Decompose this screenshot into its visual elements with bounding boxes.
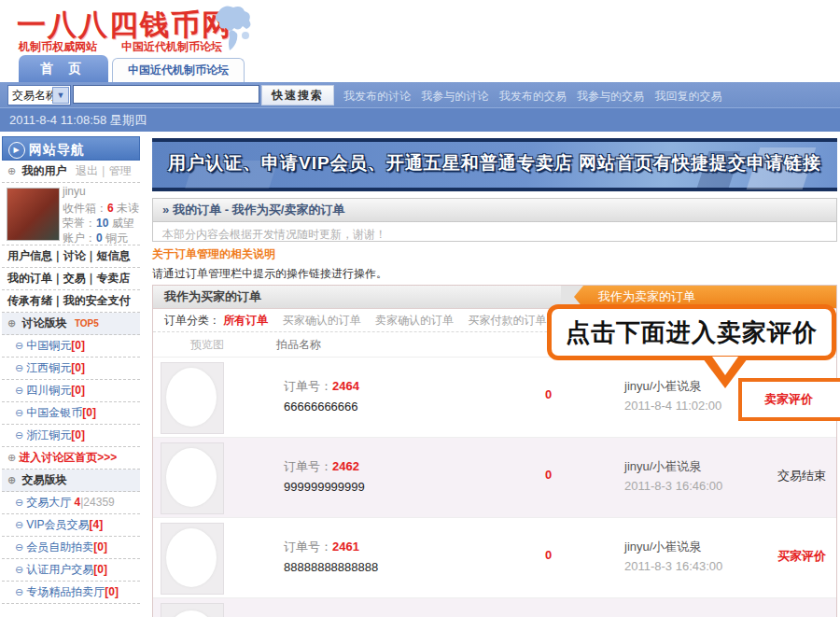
minus-icon[interactable]: ⊖: [15, 586, 23, 597]
minus-icon[interactable]: ⊖: [15, 541, 23, 553]
sidebar-item-china-copper[interactable]: ⊖中国铜元[0]: [2, 335, 140, 358]
minus-icon[interactable]: ⊖: [15, 340, 23, 351]
minus-icon[interactable]: ⊖: [15, 429, 23, 441]
item-preview-image[interactable]: [161, 362, 224, 434]
account-label: 账户：: [63, 231, 96, 245]
order-no[interactable]: 2461: [332, 540, 359, 554]
order-time: 2011-8-3 16:43:00: [624, 559, 722, 573]
link-my-discussions[interactable]: 我发布的讨论: [343, 90, 411, 103]
minus-icon[interactable]: ⊖: [15, 385, 23, 396]
order-users[interactable]: jinyu/小崔说泉: [624, 458, 722, 475]
sidebar-orders-links[interactable]: 我的订单｜交易｜专卖店: [2, 268, 140, 290]
tab-forum[interactable]: 中国近代机制币论坛: [112, 58, 245, 82]
item-label[interactable]: 中国铜元: [26, 339, 71, 352]
minus-icon[interactable]: ⊖: [15, 362, 23, 373]
tab-home[interactable]: 首 页: [19, 55, 108, 82]
minus-icon[interactable]: ⊖: [15, 519, 23, 530]
quick-search-button[interactable]: 快速搜索: [261, 85, 334, 105]
filter-seller-confirmed[interactable]: 卖家确认的订单: [375, 314, 454, 327]
item-count: [4]: [90, 518, 104, 531]
sidebar-item-jiangxi-copper[interactable]: ⊖江西铜元[0]: [2, 358, 140, 380]
item-label[interactable]: 江西铜元: [26, 361, 71, 374]
link-joined-trades[interactable]: 我参与的交易: [577, 90, 644, 103]
buyer-rating-link[interactable]: 买家评价: [764, 548, 839, 565]
search-category-select[interactable]: 交易名称 ▼: [7, 85, 71, 105]
order-no-label: 订单号：: [284, 379, 332, 393]
order-row-partial: [153, 598, 836, 617]
chevron-down-icon[interactable]: ▼: [52, 87, 69, 104]
item-preview-image[interactable]: [161, 442, 224, 514]
order-time: 2011-8-3 16:46:00: [624, 479, 722, 493]
order-no[interactable]: 2464: [332, 379, 359, 393]
seller-rating-link[interactable]: 卖家评价: [742, 382, 835, 417]
username-link[interactable]: jinyu: [63, 185, 86, 198]
item-label[interactable]: 交易大厅: [26, 496, 71, 509]
plus-icon[interactable]: ⊕: [7, 452, 16, 463]
seller-rating-button-box[interactable]: 卖家评价: [738, 378, 840, 421]
link-replied-trades[interactable]: 我回复的交易: [654, 90, 721, 103]
order-users[interactable]: jinyu/小崔说泉: [624, 539, 722, 555]
top5-badge: TOP5: [75, 318, 99, 329]
order-no-label: 订单号：: [284, 540, 332, 554]
slogan-right: 中国近代机制币论坛: [121, 40, 222, 53]
item-label[interactable]: 会员自助拍卖: [26, 540, 93, 554]
sidebar-item-special-auction[interactable]: ⊖专场精品拍卖厅[0]: [2, 582, 140, 604]
inbox-line[interactable]: 收件箱：6 未读: [63, 201, 139, 217]
item-label[interactable]: VIP会员交易: [26, 518, 89, 531]
search-input[interactable]: [73, 85, 259, 104]
item-label[interactable]: 浙江铜元: [26, 428, 71, 442]
sidebar-item-sichuan-copper[interactable]: ⊖四川铜元[0]: [2, 380, 140, 402]
section-title: 我的订单 - 我作为买/卖家的订单: [173, 203, 344, 217]
item-count: [0]: [71, 384, 85, 397]
sidebar-item-zhejiang-copper[interactable]: ⊖浙江铜元[0]: [2, 425, 140, 447]
trade-ended-label: 交易结束: [764, 468, 839, 484]
tab-buyer-orders[interactable]: 我作为买家的订单: [164, 286, 261, 308]
sidebar-item-verified-trade[interactable]: ⊖认证用户交易[0]: [2, 559, 140, 582]
minus-icon[interactable]: ⊖: [15, 407, 23, 418]
user-avatar[interactable]: [7, 188, 60, 241]
sidebar: ▶ 网站导航 ⊕ 我的用户 退出｜管理 jinyu 收件箱：6 未读 荣誉：10…: [2, 136, 140, 617]
sidebar-item-gold-silver[interactable]: ⊖中国金银币[0]: [2, 402, 140, 425]
item-preview-image[interactable]: [161, 603, 224, 617]
sidebar-item-trade-hall[interactable]: ⊖交易大厅 4|24359: [2, 492, 140, 514]
enter-forum-link[interactable]: 进入讨论区首页>>>: [19, 451, 117, 464]
sidebar-section-trade[interactable]: ⊕ 交易版块: [2, 470, 140, 492]
link-joined-discussions[interactable]: 我参与的讨论: [421, 90, 488, 103]
item-name[interactable]: 999999999999: [284, 480, 365, 494]
sidebar-heritage-links[interactable]: 传承有绪｜我的安全支付: [2, 290, 140, 313]
minus-icon[interactable]: ⊖: [15, 564, 23, 575]
item-name[interactable]: 88888888888888: [284, 560, 378, 574]
inbox-label: 收件箱：: [63, 202, 107, 215]
item-label[interactable]: 专场精品拍卖厅: [26, 585, 105, 598]
plus-icon[interactable]: ⊕: [7, 317, 16, 329]
banner-text: 用户认证、申请VIP会员、开通五星和普通专卖店 网站首页有快捷提交申请链接: [152, 151, 837, 175]
item-label[interactable]: 四川铜元: [26, 384, 71, 397]
sidebar-userinfo-links[interactable]: 用户信息｜讨论｜短信息: [2, 245, 140, 268]
coin-placeholder: [166, 528, 217, 587]
help-title[interactable]: 关于订单管理的相关说明: [152, 246, 837, 262]
plus-icon[interactable]: ⊕: [7, 165, 16, 176]
sidebar-section-discussion[interactable]: ⊕ 讨论版块 TOP5: [2, 313, 140, 335]
item-count: [0]: [93, 563, 107, 576]
item-count: [0]: [93, 540, 107, 554]
minus-icon[interactable]: ⊖: [15, 497, 23, 508]
order-no[interactable]: 2462: [332, 459, 359, 473]
promo-banner[interactable]: 用户认证、申请VIP会员、开通五星和普通专卖店 网站首页有快捷提交申请链接: [152, 138, 837, 191]
order-help-block: 关于订单管理的相关说明 请通过订单管理栏中提示的操作链接进行操作。: [152, 246, 837, 282]
item-name[interactable]: 66666666666: [284, 400, 359, 414]
filter-buyer-confirmed[interactable]: 买家确认的订单: [283, 314, 361, 327]
sidebar-enter-forum[interactable]: ⊕进入讨论区首页>>>: [2, 447, 140, 470]
sidebar-item-vip-trade[interactable]: ⊖VIP会员交易[4]: [2, 514, 140, 537]
filter-all-orders[interactable]: 所有订单: [223, 314, 268, 327]
item-label[interactable]: 中国金银币: [26, 406, 82, 419]
logout-manage-links[interactable]: 退出｜管理: [76, 164, 132, 177]
link-my-trades[interactable]: 我发布的交易: [499, 90, 567, 103]
search-category-value: 交易名称: [12, 89, 57, 102]
sidebar-item-self-auction[interactable]: ⊖会员自助拍卖[0]: [2, 537, 140, 559]
trade-header-label: 交易版块: [22, 473, 67, 486]
plus-icon[interactable]: ⊕: [7, 474, 16, 485]
filter-buyer-paid[interactable]: 买家付款的订单: [468, 314, 546, 327]
col-preview: 预览图: [190, 332, 224, 357]
item-preview-image[interactable]: [161, 523, 224, 595]
item-label[interactable]: 认证用户交易: [26, 563, 93, 576]
